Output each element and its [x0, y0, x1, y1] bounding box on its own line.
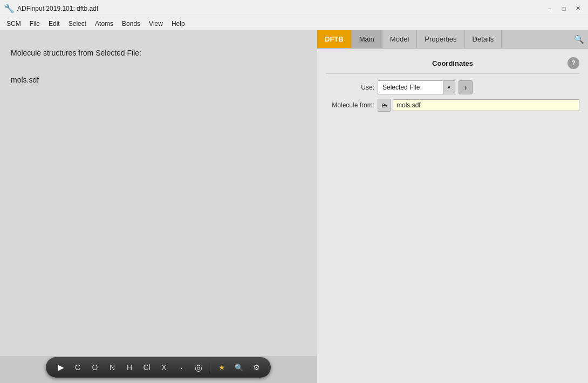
title-bar: 🔧 ADFinput 2019.101: dftb.adf − □ ✕	[0, 0, 588, 17]
nitrogen-tool-button[interactable]: N	[106, 361, 118, 373]
tab-main[interactable]: Main	[352, 30, 382, 48]
menu-item-scm[interactable]: SCM	[2, 19, 25, 29]
coordinates-section-header: Coordinates ?	[326, 53, 579, 74]
tab-details[interactable]: Details	[465, 30, 502, 48]
minimize-button[interactable]: −	[544, 3, 556, 15]
menu-item-bonds[interactable]: Bonds	[118, 19, 145, 29]
menu-item-select[interactable]: Select	[64, 19, 91, 29]
tab-dftb[interactable]: DFTB	[317, 30, 352, 48]
menu-item-file[interactable]: File	[25, 19, 44, 29]
menu-bar: SCMFileEditSelectAtomsBondsViewHelp	[0, 17, 588, 30]
molecule-from-input[interactable]	[393, 99, 579, 111]
use-label: Use:	[326, 84, 374, 91]
use-select-value: Selected File	[378, 82, 443, 93]
carbon-tool-button[interactable]: C	[72, 361, 84, 373]
tab-properties[interactable]: Properties	[417, 30, 464, 48]
search-tool-button[interactable]: 🔍	[233, 361, 245, 373]
restore-button[interactable]: □	[558, 3, 570, 15]
main-content: Molecule structures from Selected File: …	[0, 30, 588, 383]
menu-item-atoms[interactable]: Atoms	[91, 19, 118, 29]
menu-item-view[interactable]: View	[145, 19, 167, 29]
use-select-wrapper[interactable]: Selected File ▾	[378, 80, 455, 94]
menu-item-edit[interactable]: Edit	[44, 19, 64, 29]
section-title: Coordinates	[338, 59, 568, 67]
settings-tool-button[interactable]: ⚙	[250, 361, 262, 373]
molecule-from-file-row: 🗁	[378, 99, 579, 112]
dot-tool-button[interactable]: ·	[175, 361, 187, 373]
tabs-bar: DFTB Main Model Properties Details 🔍	[317, 30, 588, 49]
hydrogen-tool-button[interactable]: H	[124, 361, 135, 373]
menu-item-help[interactable]: Help	[167, 19, 189, 29]
molecule-from-label: Molecule from:	[326, 101, 374, 109]
toolbar-pill: ▶ C O N H Cl X · ◎ ★ 🔍 ⚙	[46, 357, 271, 378]
title-text: ADFinput 2019.101: dftb.adf	[17, 5, 544, 12]
file-browse-button[interactable]: 🗁	[378, 99, 391, 112]
use-dropdown-arrow[interactable]: ▾	[443, 81, 455, 94]
close-button[interactable]: ✕	[572, 3, 584, 15]
viewport-area: Molecule structures from Selected File: …	[0, 30, 317, 356]
left-panel: Molecule structures from Selected File: …	[0, 30, 317, 383]
window-controls: − □ ✕	[544, 3, 584, 15]
bottom-toolbar: ▶ C O N H Cl X · ◎ ★ 🔍 ⚙	[0, 356, 317, 383]
molecule-description-line1: Molecule structures from Selected File:	[11, 46, 141, 60]
molecule-info: Molecule structures from Selected File: …	[11, 46, 141, 87]
star-tool-button[interactable]: ★	[216, 361, 228, 373]
x-tool-button[interactable]: X	[158, 361, 170, 373]
molecule-from-row: Molecule from: 🗁	[326, 99, 579, 112]
cursor-tool-button[interactable]: ▶	[54, 361, 66, 373]
app-icon: 🔧	[4, 4, 14, 13]
oxygen-tool-button[interactable]: O	[89, 361, 101, 373]
use-next-button[interactable]: ›	[459, 80, 473, 94]
use-row: Use: Selected File ▾ ›	[326, 80, 579, 94]
ring-tool-button[interactable]: ◎	[193, 361, 204, 373]
right-panel: DFTB Main Model Properties Details 🔍 Coo…	[317, 30, 588, 383]
chlorine-tool-button[interactable]: Cl	[141, 361, 153, 373]
search-button[interactable]: 🔍	[570, 30, 588, 49]
tab-model[interactable]: Model	[382, 30, 417, 48]
help-button[interactable]: ?	[568, 57, 579, 69]
molecule-description-line2: mols.sdf	[11, 73, 141, 87]
toolbar-divider-1	[210, 362, 210, 373]
right-content: Coordinates ? Use: Selected File ▾ › Mol…	[317, 49, 588, 383]
